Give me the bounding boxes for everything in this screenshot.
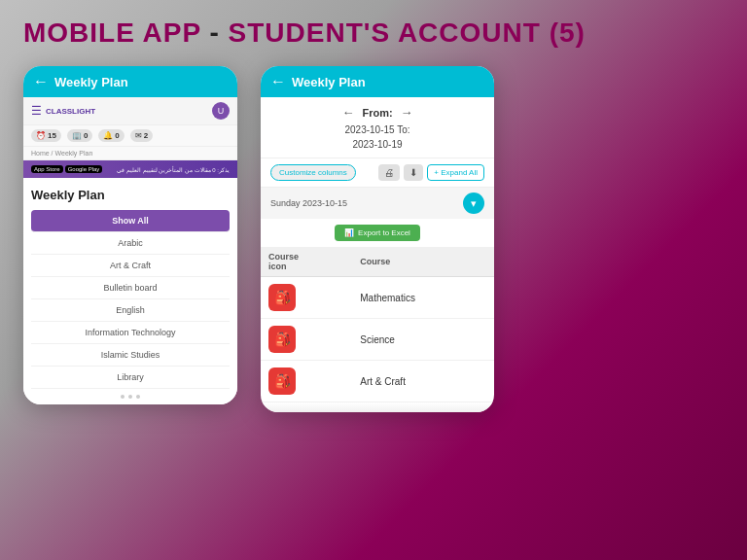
course-name-mathematics: Mathematics [352,277,494,319]
stat-timer: ⏰ 15 [31,129,61,142]
excel-row: 📊 Export to Excel [261,219,494,247]
breadcrumb: Home / Weekly Plan [23,147,237,160]
page-title: MOBILE APP - STUDENT'S ACCOUNT (5) [23,18,586,49]
download-button[interactable]: ⬇ [404,164,423,181]
expand-circle[interactable]: ▾ [463,192,484,214]
export-excel-button[interactable]: 📊 Export to Excel [335,225,420,241]
weekly-plan-section: Weekly Plan Show All Arabic Art & Craft … [23,178,237,389]
menu-item-show-all[interactable]: Show All [31,210,230,232]
right-phone: ← Weekly Plan ← From: → 2023-10-15 To: 2… [261,66,494,412]
left-topbar: ← Weekly Plan [23,66,237,97]
weekly-plan-heading: Weekly Plan [31,188,230,202]
announcement-bar: App Store Google Play يذكر: 0 مقالات من … [23,160,237,178]
back-arrow-left[interactable]: ← [33,73,49,90]
bottom-fade [261,402,494,412]
stats-row: ⏰ 15 🏢 0 🔔 0 ✉ 2 [23,125,237,147]
day-label: Sunday 2023-10-15 [270,198,347,208]
left-phone: ← Weekly Plan ☰ CLASSLIGHT U ⏰ 15 🏢 0 🔔 … [23,66,237,404]
menu-item-library[interactable]: Library [31,367,230,389]
header-row: ☰ CLASSLIGHT U [23,97,237,125]
table-row: 🎒 Science [261,319,494,361]
export-excel-label: Export to Excel [358,228,410,237]
course-icon-science: 🎒 [268,326,296,353]
customize-columns-button[interactable]: Customize columns [270,164,356,181]
course-table: Courseicon Course 🎒 Mathematics 🎒 Scienc… [261,247,494,402]
date-range: 2023-10-15 To: 2023-10-19 [344,122,409,152]
menu-item-islamic[interactable]: Islamic Studies [31,344,230,367]
table-row: 🎒 Art & Craft [261,361,494,402]
menu-item-english[interactable]: English [31,299,230,322]
right-topbar-title: Weekly Plan [292,75,484,89]
avatar[interactable]: U [212,102,230,120]
left-topbar-title: Weekly Plan [54,75,228,89]
stat-mail: ✉ 2 [130,129,153,142]
menu-item-bulletin[interactable]: Bulletin board [31,277,230,299]
stat-building: 🏢 0 [67,129,92,142]
menu-item-art-craft[interactable]: Art & Craft [31,255,230,277]
date-nav: ← From: → 2023-10-15 To: 2023-10-19 [261,97,494,158]
next-arrow[interactable]: → [401,105,413,120]
course-icon-art-craft: 🎒 [268,368,296,395]
stat-bell: 🔔 0 [98,129,124,142]
course-icon-mathematics: 🎒 [268,284,296,311]
expand-all-button[interactable]: + Expand All [427,164,484,181]
prev-arrow[interactable]: ← [341,105,354,120]
menu-icon[interactable]: ☰ [31,104,42,118]
app-store-badge[interactable]: App Store [31,165,63,173]
table-row: 🎒 Mathematics [261,277,494,319]
course-name-science: Science [352,319,494,361]
print-button[interactable]: 🖨 [378,164,400,181]
back-arrow-right[interactable]: ← [270,73,286,90]
menu-item-arabic[interactable]: Arabic [31,232,230,255]
sunday-row: Sunday 2023-10-15 ▾ [261,188,494,219]
menu-item-it[interactable]: Information Technology [31,322,230,344]
weekly-plan-menu: Show All Arabic Art & Craft Bulletin boa… [31,210,230,389]
export-excel-icon: 📊 [344,228,354,237]
app-badges: App Store Google Play [31,165,102,173]
col-header-icon: Courseicon [261,247,352,277]
from-label: From: [362,107,392,119]
bottom-dots [23,389,237,404]
google-play-badge[interactable]: Google Play [65,165,103,173]
announcement-text: يذكر: 0 مقالات من المتأخرين لتقييم العلي… [117,166,230,173]
col-header-course: Course [352,247,494,277]
logo-area: ☰ CLASSLIGHT [31,104,95,118]
logo-text: CLASSLIGHT [46,107,95,116]
course-name-art-craft: Art & Craft [352,361,494,402]
action-buttons: 🖨 ⬇ + Expand All [378,164,484,181]
nav-row: ← From: → [341,105,412,120]
right-topbar: ← Weekly Plan [261,66,494,97]
controls-row: Customize columns 🖨 ⬇ + Expand All [261,158,494,188]
